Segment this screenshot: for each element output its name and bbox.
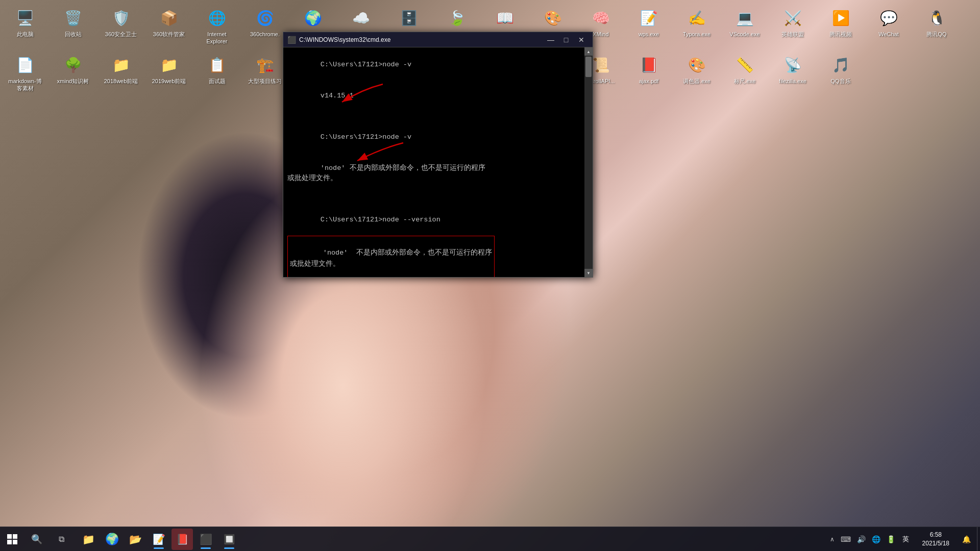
desktop-icon-typora[interactable]: ✍️ Typora.exe: [676, 4, 718, 49]
desktop-icon-cursor[interactable]: 📏 标尺.exe: [724, 51, 766, 96]
icon-img-wechat: 💬: [878, 7, 899, 29]
icon-label-wps: wps.exe: [639, 31, 659, 38]
cmd-icon: ⬛: [200, 533, 212, 545]
cmd-title-buttons: — □ ✕: [544, 35, 589, 45]
icon-img-markdown: 📄: [14, 54, 36, 76]
cmd-prompt-1: C:\Users\17121>node -v: [321, 61, 411, 68]
icon-img-360-security: 🛡️: [110, 7, 132, 29]
show-desktop-strip[interactable]: [977, 527, 980, 551]
taskbar-app-file-manager[interactable]: 📂: [125, 529, 146, 550]
scrollbar-thumb[interactable]: [585, 57, 592, 77]
taskbar-app-cmd[interactable]: ⬛: [195, 529, 216, 550]
icon-img-iscroll-api: 📜: [590, 54, 611, 76]
scrollbar-track[interactable]: [584, 56, 593, 269]
cmd-line-5: C:\Users\17121>node --version: [287, 205, 589, 236]
icon-img-cursor: 📏: [734, 54, 755, 76]
cmd-close-button[interactable]: ✕: [574, 35, 589, 45]
icon-img-mongodb: 🍃: [446, 7, 468, 29]
network-icon[interactable]: 🌐: [870, 533, 883, 545]
desktop-icon-tencentqq[interactable]: 🐧 腾讯QQ: [916, 4, 958, 49]
desktop-icon-wps[interactable]: 📝 wps.exe: [628, 4, 670, 49]
desktop-icon-filezilla[interactable]: 📡 filezilla.exe: [772, 51, 814, 96]
desktop-icon-interview[interactable]: 📋 面试题: [196, 51, 238, 96]
desktop-icon-tencent-video[interactable]: ▶️ 腾讯视频: [820, 4, 862, 49]
icon-label-lol: 英雄联盟: [781, 31, 804, 38]
desktop-icon-bigproject[interactable]: 🏗️ 大型项目练习: [244, 51, 286, 96]
icon-img-internet-explorer: 🌐: [206, 7, 228, 29]
multitask-icon: 🔲: [224, 534, 235, 545]
cmd-output-version: v14.15.1: [321, 92, 354, 99]
battery-icon[interactable]: 🔋: [885, 533, 897, 545]
taskbar-app-explorer[interactable]: 📁: [78, 529, 99, 550]
icon-img-google-chrome: 🌍: [302, 7, 324, 29]
taskbar-search-button[interactable]: 🔍: [24, 527, 49, 552]
desktop-icon-internet-explorer[interactable]: 🌐 Internet Explorer: [196, 4, 238, 49]
scrollbar-up-button[interactable]: ▲: [584, 47, 593, 56]
task-view-icon: ⧉: [59, 535, 64, 544]
search-icon: 🔍: [31, 534, 42, 545]
cmd-titlebar: ⬛ C:\WINDOWS\system32\cmd.exe — □ ✕: [283, 32, 593, 47]
icon-img-2018web: 📁: [110, 54, 132, 76]
cmd-maximize-button[interactable]: □: [559, 35, 573, 45]
desktop-icon-color-picker[interactable]: 🎨 调色器.exe: [676, 51, 718, 96]
icon-img-ps: 🎨: [542, 7, 564, 29]
taskbar-app-chrome[interactable]: 🌍: [101, 529, 122, 550]
windows-logo: [7, 534, 17, 544]
icon-img-wps: 📝: [638, 7, 659, 29]
desktop-icon-360chrome[interactable]: 🌀 360chrome.: [244, 4, 286, 49]
show-hidden-icons[interactable]: ∧: [828, 536, 837, 543]
desktop-icon-ajax-pdf[interactable]: 📕 ajax.pdf: [628, 51, 670, 96]
desktop-icon-wechat[interactable]: 💬 WeChat: [868, 4, 910, 49]
taskbar: 🔍 ⧉ 📁 🌍 📂 📝 📕 ⬛: [0, 527, 980, 551]
icon-label-wechat: WeChat: [878, 31, 899, 38]
icon-label-xmind-notes: xmind知识树: [57, 78, 89, 85]
desktop-icon-360-software[interactable]: 📦 360软件管家: [148, 4, 190, 49]
start-button[interactable]: [0, 527, 24, 552]
icon-img-sqlyog: 🗄️: [398, 7, 420, 29]
icon-label-cursor: 标尺.exe: [734, 78, 756, 85]
desktop-icon-2019web[interactable]: 📁 2019web前端: [148, 51, 190, 96]
desktop-icon-360-security[interactable]: 🛡️ 360安全卫士: [100, 4, 142, 49]
explorer-icon: 📁: [82, 533, 95, 545]
cmd-window[interactable]: ⬛ C:\WINDOWS\system32\cmd.exe — □ ✕ C:\U…: [283, 32, 593, 278]
icon-label-360-security: 360安全卫士: [105, 31, 137, 38]
desktop-icon-markdown[interactable]: 📄 markdown-博客素材: [4, 51, 46, 96]
task-view-button[interactable]: ⧉: [49, 527, 74, 552]
speaker-icon[interactable]: 🔊: [855, 533, 868, 545]
show-desktop-button[interactable]: 🔔: [955, 529, 977, 550]
keyboard-icon[interactable]: ⌨: [839, 533, 853, 545]
desktop-icon-2018web[interactable]: 📁 2018web前端: [100, 51, 142, 96]
icon-label-typora: Typora.exe: [683, 31, 710, 38]
cmd-minimize-button[interactable]: —: [544, 35, 558, 45]
desktop-icon-qq-music[interactable]: 🎵 QQ音乐: [820, 51, 862, 96]
cmd-content[interactable]: C:\Users\17121>node -v v14.15.1 C:\Users…: [283, 47, 593, 277]
icon-img-color-picker: 🎨: [686, 54, 707, 76]
file-manager-icon: 📂: [129, 533, 142, 545]
icon-img-2019web: 📁: [158, 54, 180, 76]
taskbar-app-multitask[interactable]: 🔲: [218, 529, 240, 550]
taskbar-app-notes[interactable]: 📝: [148, 529, 169, 550]
ime-indicator[interactable]: 英: [899, 535, 912, 544]
taskbar-app-reader[interactable]: 📕: [172, 529, 193, 550]
scrollbar-down-button[interactable]: ▼: [584, 269, 593, 277]
icon-img-filezilla: 📡: [782, 54, 803, 76]
icon-img-youdao-dict: 📖: [494, 7, 516, 29]
system-tray: ∧ ⌨ 🔊 🌐 🔋 英: [824, 527, 916, 551]
icon-label-xmind: XMind: [593, 31, 608, 38]
desktop-icon-vscode[interactable]: 💻 VScode.exe: [724, 4, 766, 49]
icon-img-typora: ✍️: [686, 7, 707, 29]
desktop-icon-xmind-notes[interactable]: 🌳 xmind知识树: [52, 51, 94, 96]
notification-icon: 🔔: [962, 535, 971, 543]
cmd-blank-1: [287, 112, 589, 122]
cmd-scrollbar[interactable]: ▲ ▼: [584, 47, 593, 277]
icon-label-color-picker: 调色器.exe: [683, 78, 710, 85]
cmd-line-4: 'node' 不是内部或外部命令，也不是可运行的程序或批处理文件。: [287, 153, 589, 194]
icon-img-qq-music: 🎵: [830, 54, 851, 76]
taskbar-clock[interactable]: 6:58 2021/5/18: [916, 531, 955, 548]
desktop-icon-recycle-bin[interactable]: 🗑️ 回收站: [52, 4, 94, 49]
icon-label-360chrome: 360chrome.: [250, 31, 280, 38]
desktop-icon-lol[interactable]: ⚔️ 英雄联盟: [772, 4, 814, 49]
icon-label-2018web: 2018web前端: [104, 78, 138, 85]
icon-label-vscode: VScode.exe: [729, 31, 760, 38]
desktop-icon-this-pc[interactable]: 🖥️ 此电脑: [4, 4, 46, 49]
